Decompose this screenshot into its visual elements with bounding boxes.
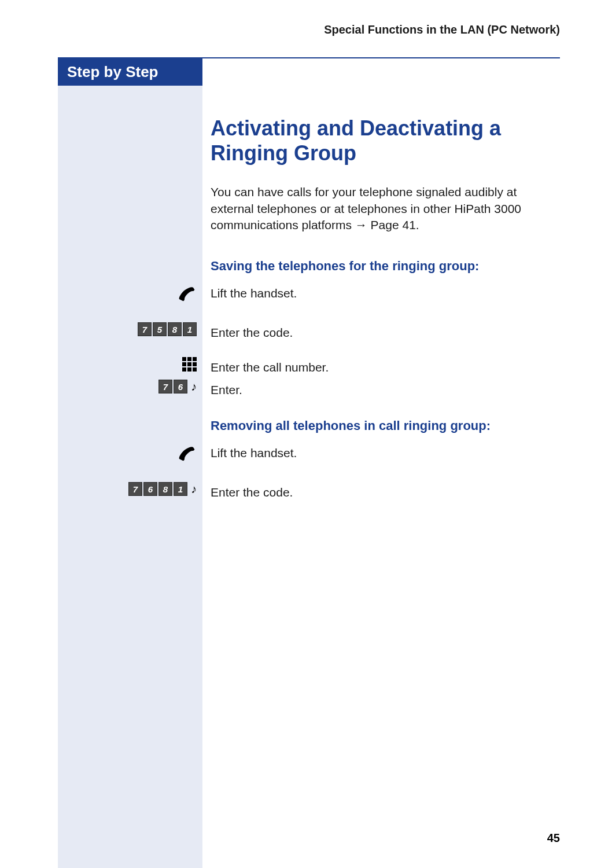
keycap-group-7581: 7 5 8 1 (138, 322, 197, 336)
sidebar-fill (58, 86, 202, 182)
empty (202, 503, 560, 868)
keycap: 7 (158, 380, 172, 393)
sidebar-fill (58, 411, 202, 440)
section2-heading-cell: Removing all telephones in call ringing … (202, 411, 560, 440)
title-cell: Activating and Deactivating a Ringing Gr… (202, 86, 560, 182)
section2-heading-row: Removing all telephones in call ringing … (58, 411, 560, 440)
music-note-icon: ♪ (191, 380, 197, 393)
handset-icon (176, 283, 197, 306)
sidebar-fill-remainder (58, 503, 560, 868)
intro-row: You can have calls for your telephone si… (58, 182, 560, 252)
intro-text-post: Page 41. (367, 218, 419, 231)
step-text: Enter. (211, 380, 560, 398)
keycap: 7 (138, 322, 152, 336)
step-lift-handset-1: Lift the handset. (58, 281, 560, 308)
step-lift-handset-2: Lift the handset. (58, 440, 560, 468)
keycap: 6 (143, 482, 157, 496)
step-text-cell: Enter the code. (202, 320, 560, 343)
step-text-cell: Enter the code. (202, 480, 560, 502)
body-rows: Step by Step Activating and Deactivating… (58, 58, 560, 868)
keycap: 8 (168, 322, 182, 336)
sidebar-fill (58, 182, 202, 252)
intro-paragraph: You can have calls for your telephone si… (211, 184, 560, 233)
keycap: 1 (183, 322, 197, 336)
spacer (58, 343, 560, 355)
keycap: 1 (174, 482, 187, 496)
manual-page: Special Functions in the LAN (PC Network… (0, 0, 612, 868)
keycap: 7 (128, 482, 142, 496)
icon-cell (58, 355, 202, 377)
step-text-cell: Lift the handset. (202, 440, 560, 468)
icon-cell: 7 6 8 1 ♪ (58, 480, 202, 502)
step-enter-76: 7 6 ♪ Enter. (58, 377, 560, 400)
running-header: Special Functions in the LAN (PC Network… (58, 23, 560, 40)
step-code-7681: 7 6 8 1 ♪ Enter the code. (58, 480, 560, 502)
keypad-icon (182, 357, 197, 372)
sidebar-fill (58, 503, 202, 868)
sidebar-fill (58, 252, 202, 281)
sidebar-header-row: Step by Step (58, 58, 560, 86)
icon-cell: 7 6 ♪ (58, 377, 202, 400)
section1-heading-row: Saving the telephones for the ringing gr… (58, 252, 560, 281)
spacer (58, 468, 560, 480)
keycap: 5 (153, 322, 167, 336)
step-code-7581: 7 5 8 1 Enter the code. (58, 320, 560, 343)
section1-heading-cell: Saving the telephones for the ringing gr… (202, 252, 560, 281)
title-row: Activating and Deactivating a Ringing Gr… (58, 86, 560, 182)
step-enter-call-number: Enter the call number. (58, 355, 560, 377)
handset-icon (176, 443, 197, 466)
header-section-title: Special Functions in the LAN (PC Network… (324, 23, 560, 36)
step-text-cell: Enter the call number. (202, 355, 560, 377)
intro-cell: You can have calls for your telephone si… (202, 182, 560, 252)
spacer (58, 308, 560, 320)
step-text: Lift the handset. (211, 443, 560, 461)
icon-cell: 7 5 8 1 (58, 320, 202, 343)
section2-heading: Removing all telephones in call ringing … (211, 418, 560, 433)
keycap: 6 (174, 380, 187, 393)
icon-cell (58, 281, 202, 308)
step-text: Lift the handset. (211, 283, 560, 301)
keycap-group-76-note: 7 6 ♪ (158, 380, 197, 393)
keycap: 8 (158, 482, 172, 496)
step-text: Enter the code. (211, 482, 560, 500)
step-text: Enter the call number. (211, 357, 560, 375)
page-title: Activating and Deactivating a Ringing Gr… (211, 116, 560, 165)
empty (202, 58, 560, 86)
sidebar-header-cell: Step by Step (58, 58, 202, 86)
keycap-group-7681-note: 7 6 8 1 ♪ (128, 482, 197, 496)
spacer (58, 400, 560, 411)
icon-cell (58, 440, 202, 468)
step-text: Enter the code. (211, 322, 560, 340)
arrow-icon: → (355, 217, 367, 233)
step-by-step-label: Step by Step (58, 58, 202, 86)
music-note-icon: ♪ (191, 483, 197, 496)
page-number: 45 (547, 832, 560, 845)
step-text-cell: Enter. (202, 377, 560, 400)
section1-heading: Saving the telephones for the ringing gr… (211, 259, 560, 274)
step-text-cell: Lift the handset. (202, 281, 560, 308)
